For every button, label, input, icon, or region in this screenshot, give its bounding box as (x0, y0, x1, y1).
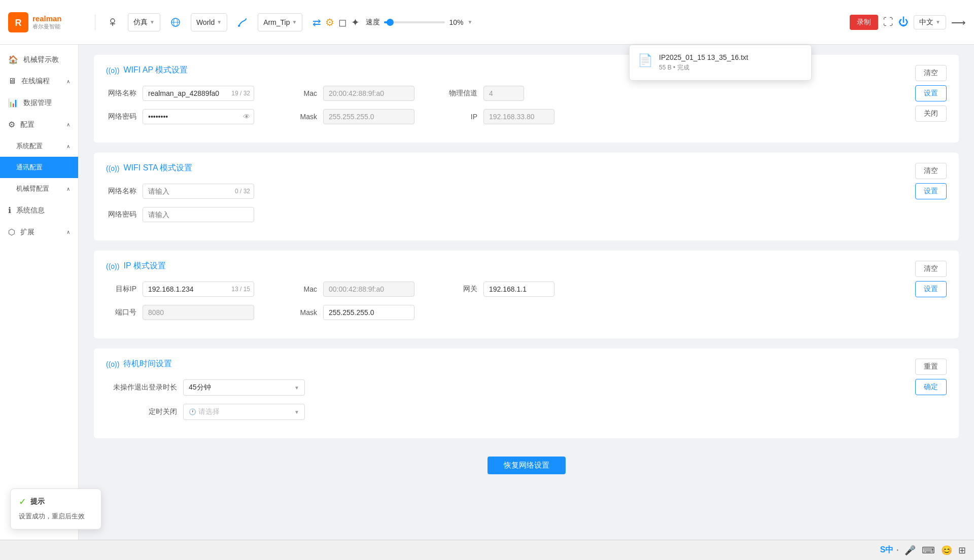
sidebar-item-extend[interactable]: ⬡ 扩展 ∧ (0, 221, 78, 243)
restore-network-button[interactable]: 恢复网络设置 (488, 457, 566, 474)
sidebar-item-arm-config[interactable]: 机械臂配置 ∧ (0, 178, 78, 199)
sidebar-label-online-coding: 在线编程 (21, 77, 50, 86)
wifi-sta-pwd-input[interactable] (143, 207, 254, 222)
ip-mode-row1: 目标IP 13 / 15 Mac 网关 (106, 282, 906, 297)
standby-idle-select[interactable]: 45分钟 ▼ (183, 379, 305, 396)
keyboard-icon[interactable]: ⌨ (922, 545, 935, 556)
standby-section: ((o)) 待机时间设置 未操作退出登录时长 45分钟 ▼ (94, 348, 959, 438)
wifi-ap-ssid-group: 网络名称 19 / 32 (106, 86, 254, 101)
ip-mode-row2: 端口号 Mask (106, 305, 906, 320)
wifi-ap-channel-input (483, 86, 524, 101)
sidebar-label-config: 配置 (20, 120, 34, 129)
mic-icon[interactable]: 🎤 (905, 545, 916, 556)
taskbar: S中 • 🎤 ⌨ 😊 ⊞ (0, 540, 974, 560)
ime-icon[interactable]: S中 (880, 545, 894, 555)
ip-mode-targetip-wrap: 13 / 15 (143, 282, 254, 297)
wifi-ap-actions: 清空 设置 关闭 (906, 65, 947, 122)
standby-shutdown-select[interactable]: 🕐 请选择 ▼ (183, 404, 305, 420)
speed-slider[interactable] (384, 19, 445, 26)
toast: ✓ 提示 设置成功，重启后生效 (10, 488, 101, 530)
world-dropdown-icon[interactable] (166, 13, 185, 31)
robot-icon (107, 17, 118, 28)
ip-mode-title-text: IP 模式设置 (123, 261, 165, 271)
apps-icon[interactable]: ⊞ (958, 545, 966, 556)
wifi-sta-ssid-wrap: 0 / 32 (143, 184, 254, 199)
wifi-ap-pwd-wrap: 👁 (143, 109, 254, 124)
sys-config-arrow-icon: ∧ (66, 144, 70, 149)
logo-sub: 睿尔曼智能 (32, 23, 62, 30)
extend-arrow-icon: ∧ (66, 229, 70, 235)
standby-shutdown-placeholder: 请选择 (198, 407, 220, 416)
ip-mode-clear-button[interactable]: 清空 (915, 261, 947, 277)
ip-mode-targetip-group: 目标IP 13 / 15 (106, 282, 254, 297)
cube-icon[interactable]: ◻ (338, 16, 347, 28)
sidebar-item-system-config[interactable]: 系统配置 ∧ (0, 135, 78, 157)
wifi-ap-clear-button[interactable]: 清空 (915, 65, 947, 81)
arm-icon (237, 17, 248, 28)
ip-mode-mask-input[interactable] (323, 305, 414, 320)
wifi-ap-mac-label: Mac (287, 89, 317, 97)
ip-mode-mac-input (323, 282, 414, 297)
config-icon: ⚙ (8, 120, 15, 129)
lang-select[interactable]: 中文 ▼ (914, 15, 946, 29)
sidebar-item-arm-demo[interactable]: 🏠 机械臂示教 (0, 49, 78, 71)
ip-mode-targetip-label: 目标IP (106, 285, 136, 294)
ip-mode-mac-label: Mac (287, 285, 317, 293)
sidebar-item-online-coding[interactable]: 🖥 在线编程 ∧ (0, 71, 78, 92)
power-icon[interactable]: ⏻ (898, 16, 909, 28)
fullscreen-icon[interactable]: ⛶ (883, 16, 893, 28)
joint-icon[interactable]: ✦ (351, 16, 360, 28)
sidebar-item-comm-config[interactable]: 通讯配置 (0, 157, 78, 178)
sidebar-item-sys-info[interactable]: ℹ 系统信息 (0, 199, 78, 221)
robot-icon-btn[interactable] (103, 13, 122, 31)
standby-idle-label: 未操作退出登录时长 (106, 383, 177, 392)
wifi-ap-close-button[interactable]: 关闭 (915, 106, 947, 122)
sim-dropdown[interactable]: 仿真 ▼ (128, 13, 160, 31)
wifi-ap-title-text: WIFI AP 模式设置 (123, 65, 188, 76)
connect-icon[interactable]: ⇄ (312, 16, 321, 28)
wifi-sta-set-button[interactable]: 设置 (915, 183, 947, 199)
sidebar-item-config[interactable]: ⚙ 配置 ∧ (0, 114, 78, 135)
standby-reset-button[interactable]: 重置 (915, 359, 947, 375)
standby-row2: 定时关闭 🕐 请选择 ▼ (106, 404, 906, 420)
emoji-icon[interactable]: 😊 (941, 545, 952, 556)
svg-point-8 (238, 25, 240, 27)
sidebar-item-data-mgmt[interactable]: 📊 数据管理 (0, 92, 78, 114)
sidebar-sub-config: 系统配置 ∧ 通讯配置 机械臂配置 ∧ (0, 135, 78, 199)
settings2-icon[interactable]: ⚙ (325, 16, 334, 28)
ip-mode-gateway-label: 网关 (447, 285, 477, 294)
wifi-ap-pwd-input[interactable] (143, 109, 254, 124)
wifi-ap-ssid-label: 网络名称 (106, 89, 136, 98)
speed-value: 10% (449, 18, 463, 26)
ip-mode-icon: ((o)) (106, 262, 119, 270)
record-button[interactable]: 录制 (850, 15, 878, 30)
sidebar-label-extend: 扩展 (20, 228, 34, 237)
content-area: ((o)) WIFI AP 模式设置 网络名称 19 / 32 Mac (79, 45, 974, 540)
svg-point-2 (111, 19, 115, 23)
sim-arrow-icon: ▼ (150, 19, 155, 25)
wifi-ap-ip-group: IP (447, 109, 554, 124)
sidebar: 🏠 机械臂示教 🖥 在线编程 ∧ 📊 数据管理 ⚙ 配置 ∧ 系统配置 ∧ 通讯… (0, 45, 79, 540)
logout-icon[interactable]: ⟶ (951, 16, 966, 28)
ip-mode-port-label: 端口号 (106, 308, 136, 317)
wifi-sta-title-text: WIFI STA 模式设置 (123, 163, 192, 173)
wifi-sta-clear-button[interactable]: 清空 (915, 163, 947, 179)
toast-body: 设置成功，重启后生效 (19, 511, 93, 522)
ip-mode-gateway-input[interactable] (483, 282, 554, 297)
standby-confirm-button[interactable]: 确定 (915, 379, 947, 395)
world-arrow-icon: ▼ (217, 19, 222, 25)
topbar-right: 录制 ⛶ ⏻ 中文 ▼ ⟶ (850, 15, 966, 30)
world-dropdown[interactable]: World ▼ (191, 13, 227, 31)
arm-dropdown[interactable]: Arm_Tip ▼ (258, 13, 302, 31)
sim-label: 仿真 (133, 18, 148, 27)
wifi-ap-icon: ((o)) (106, 66, 119, 75)
ip-mode-mac-group: Mac (287, 282, 414, 297)
wifi-sta-form: ((o)) WIFI STA 模式设置 网络名称 0 / 32 (106, 163, 906, 230)
arm-dropdown-icon[interactable] (233, 13, 252, 31)
ip-mode-actions: 清空 设置 (906, 261, 947, 297)
wifi-ap-set-button[interactable]: 设置 (915, 85, 947, 101)
wifi-sta-pwd-label: 网络密码 (106, 210, 136, 219)
notif-content: IP2025_01_15 13_35_16.txt 55 B • 完成 (659, 53, 803, 72)
ip-mode-set-button[interactable]: 设置 (915, 281, 947, 297)
eye-icon[interactable]: 👁 (243, 113, 250, 121)
